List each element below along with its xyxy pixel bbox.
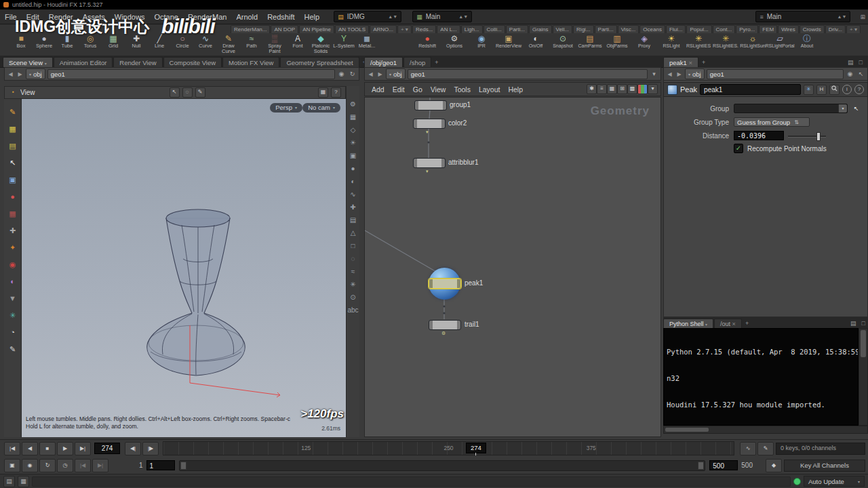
tool-renderview[interactable]: ▣RenderView bbox=[495, 33, 522, 56]
forward-icon[interactable]: ▶ bbox=[376, 71, 384, 77]
key-all-channels-button[interactable]: Key All Channels bbox=[784, 460, 865, 472]
select-geometry-icon[interactable]: ↖ bbox=[852, 105, 861, 112]
shelf-tab[interactable]: RenderMan... bbox=[231, 25, 270, 33]
tab-geometry-spreadsheet[interactable]: Geometry Spreadsheet bbox=[280, 57, 359, 67]
align-icon[interactable]: ≡ bbox=[597, 84, 607, 94]
tool-box[interactable]: ■Box bbox=[9, 33, 33, 56]
normals-icon[interactable]: ◐ bbox=[351, 178, 355, 185]
frame-icon[interactable]: □ bbox=[351, 243, 355, 249]
tab-obj-geo1[interactable]: /obj/geo1 bbox=[364, 57, 403, 67]
tool-lsystem[interactable]: YL-System bbox=[332, 33, 355, 56]
info-icon[interactable]: i bbox=[842, 85, 852, 94]
node-name-field[interactable]: peak1 bbox=[700, 84, 801, 95]
play-reverse-icon[interactable]: ◀ bbox=[22, 442, 38, 455]
menu-renderman[interactable]: RenderMan bbox=[183, 13, 231, 21]
pane-split-icon[interactable]: ▤ bbox=[845, 58, 856, 67]
net-menu-help[interactable]: Help bbox=[504, 85, 527, 94]
layout-grid-icon[interactable]: ⊞ bbox=[857, 12, 868, 22]
tool-line[interactable]: ╱Line bbox=[148, 33, 171, 56]
distance-slider[interactable] bbox=[788, 131, 826, 140]
forward-icon[interactable]: ▶ bbox=[16, 71, 24, 77]
shelf-tab-add-icon[interactable]: + ▾ bbox=[397, 25, 412, 33]
forward-icon[interactable]: ▶ bbox=[675, 71, 683, 77]
wrench-icon[interactable]: ✱ bbox=[587, 84, 597, 94]
viewport-layout-icon[interactable]: ▦ bbox=[318, 87, 328, 98]
shelf-tab-add-icon[interactable]: + ▾ bbox=[846, 25, 861, 33]
chevron-down-icon[interactable]: ▾ bbox=[648, 84, 658, 94]
param-context-combo[interactable]: ▾obj bbox=[685, 68, 705, 79]
shelf-tab[interactable]: Parti... bbox=[595, 25, 617, 33]
tool-torus[interactable]: ◎Torus bbox=[79, 33, 102, 56]
shelf-tab[interactable]: FEM bbox=[759, 25, 777, 33]
menu-render[interactable]: Render bbox=[44, 13, 78, 21]
view-tool-icon[interactable]: ✳ bbox=[7, 310, 18, 321]
net-menu-tools[interactable]: Tools bbox=[450, 85, 475, 94]
shelf-tab[interactable]: Cont... bbox=[713, 25, 736, 33]
tool-snapshot[interactable]: ⊙Snapshot bbox=[549, 33, 576, 56]
range-handle-left[interactable] bbox=[180, 462, 186, 470]
tool-about[interactable]: ⓘAbout bbox=[793, 33, 821, 56]
tool-redshift[interactable]: ●Redshift bbox=[414, 33, 441, 56]
net-menu-layout[interactable]: Layout bbox=[475, 85, 505, 94]
help-icon[interactable]: ? bbox=[854, 85, 864, 94]
shelf-tab[interactable]: Visc... bbox=[618, 25, 639, 33]
node-color2[interactable] bbox=[413, 119, 446, 129]
houdini-handle-icon[interactable]: H bbox=[816, 85, 827, 95]
display-options-icon[interactable]: ⚙ bbox=[350, 101, 356, 108]
pane-split-icon[interactable]: ▤ bbox=[848, 319, 859, 328]
tool-rslightsun[interactable]: ☼RSLightSun bbox=[739, 33, 766, 56]
search-icon[interactable] bbox=[829, 85, 840, 95]
tab-out[interactable]: /out × bbox=[714, 319, 742, 328]
go-to-end-icon[interactable]: ▶| bbox=[75, 442, 91, 455]
asterisk-icon[interactable]: ✳ bbox=[804, 85, 814, 95]
tool-path[interactable]: ≈Path bbox=[240, 33, 263, 56]
shelf-tab[interactable]: AN Pipeline bbox=[299, 25, 334, 33]
audio-icon[interactable]: ∿ bbox=[740, 442, 756, 455]
shelf-tab[interactable]: Reds... bbox=[412, 25, 436, 33]
realtime-icon[interactable]: ◷ bbox=[57, 459, 73, 472]
tool-camparms[interactable]: ▤CamParms bbox=[576, 33, 604, 56]
persp-selector[interactable]: Persp▾ bbox=[270, 103, 302, 113]
group-type-select[interactable]: Guess from Group⇅ bbox=[734, 117, 810, 127]
tab-render-view[interactable]: Render View bbox=[113, 57, 162, 67]
star-icon[interactable]: ✳ bbox=[350, 281, 355, 288]
key-icon[interactable]: ◆ bbox=[766, 459, 782, 472]
pane-maximize-icon[interactable]: □ bbox=[856, 58, 865, 67]
menu-windows[interactable]: Windows bbox=[110, 13, 150, 21]
distance-input[interactable]: -0.0396 bbox=[734, 131, 784, 140]
tool-null[interactable]: ✚Null bbox=[125, 33, 148, 56]
tool-options[interactable]: ⚙Options bbox=[441, 33, 468, 56]
shelf-tab[interactable]: ARNO... bbox=[370, 25, 397, 33]
cone-icon[interactable]: △ bbox=[351, 230, 356, 237]
shelf-tab[interactable]: Colli... bbox=[484, 25, 505, 33]
memory-icon[interactable]: ▦ bbox=[18, 476, 29, 487]
shelf-tab[interactable]: Crowds bbox=[800, 25, 825, 33]
tool-sphere[interactable]: ●Sphere bbox=[33, 33, 56, 56]
target-icon[interactable]: ⊙ bbox=[350, 294, 355, 301]
tool-curve[interactable]: ∿Curve bbox=[194, 33, 217, 56]
takes-list-icon[interactable]: ▤ bbox=[3, 476, 15, 487]
shelf-tab[interactable]: Driv... bbox=[825, 25, 846, 33]
tool-platonic[interactable]: ◆Platonic Solids bbox=[309, 33, 332, 56]
tab-shop[interactable]: /shop bbox=[403, 57, 431, 67]
tab-motion-fx-view[interactable]: Motion FX View bbox=[222, 57, 279, 67]
back-icon[interactable]: ◀ bbox=[7, 71, 14, 77]
add-tab-icon[interactable]: + bbox=[743, 319, 751, 328]
net-menu-edit[interactable]: Edit bbox=[389, 85, 409, 94]
view-menu[interactable]: View bbox=[20, 89, 35, 96]
net-menu-go[interactable]: Go bbox=[409, 85, 427, 94]
scene-path-field[interactable]: geo1 bbox=[47, 69, 335, 79]
wireframe-icon[interactable]: ◇ bbox=[351, 127, 356, 134]
sculpt-icon[interactable]: ▤ bbox=[7, 141, 18, 151]
shelf-tab[interactable]: Pyro... bbox=[736, 25, 758, 33]
orbit-icon[interactable]: ◔ bbox=[7, 327, 18, 338]
tool-rslighties[interactable]: ✳RSLightIES bbox=[685, 33, 712, 56]
tool-spray-paint[interactable]: ░Spray Paint bbox=[263, 33, 286, 56]
curves-icon[interactable]: ∿ bbox=[350, 191, 355, 198]
scene-viewport[interactable]: Persp▾ No cam▾ Left mouse tumbles. Middl… bbox=[22, 99, 346, 437]
shelf-tab[interactable]: Popul... bbox=[686, 25, 711, 33]
slider-handle-icon[interactable] bbox=[816, 132, 821, 141]
mask-icon[interactable]: ◌ bbox=[351, 256, 355, 262]
text-icon[interactable]: abc bbox=[347, 307, 358, 314]
net-menu-view[interactable]: View bbox=[427, 85, 450, 94]
